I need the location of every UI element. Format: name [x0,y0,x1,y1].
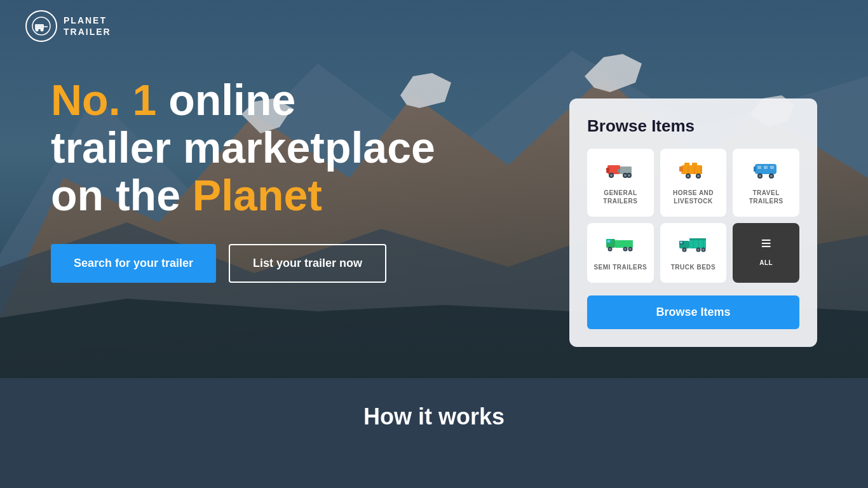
hero-headline: No. 1 online trailer marketplace on the … [51,76,435,219]
category-horse-livestock[interactable]: HORSE ANDLIVESTOCK [660,149,727,217]
svg-rect-25 [618,169,620,173]
browse-items-button[interactable]: Browse Items [587,295,799,329]
headline-online: online [156,76,295,124]
svg-point-70 [702,248,705,251]
svg-rect-50 [607,240,610,242]
svg-point-54 [625,248,627,250]
travel-trailers-icon [752,160,780,182]
hero-buttons: Search for your trailer List your traile… [51,244,435,283]
semi-trailers-label: SEMI TRAILERS [593,263,647,271]
headline-line2: trailer marketplace [51,123,435,172]
travel-trailers-label: TRAVEL TRAILERS [739,189,793,205]
svg-point-22 [624,174,627,177]
svg-point-56 [630,248,632,250]
bottom-section: How it works [0,378,868,488]
category-truck-beds[interactable]: TRUCK BEDS [660,223,727,283]
logo-icon [25,10,57,42]
svg-point-37 [697,175,700,177]
truck-beds-label: TRUCK BEDS [671,263,716,271]
svg-point-14 [41,29,44,32]
hero-section: PLANET TRAILER No. 1 online trailer mark… [0,0,868,378]
horse-livestock-icon [679,160,707,182]
truck-beds-icon [679,234,707,257]
svg-rect-40 [764,166,768,169]
svg-rect-41 [770,166,774,169]
svg-rect-64 [680,241,682,243]
headline-no1: No. 1 [51,76,156,124]
category-grid: GENERALTRAILERS [587,149,799,283]
svg-point-35 [687,175,689,177]
svg-point-20 [610,174,613,177]
svg-rect-48 [615,240,633,248]
headline-planet: Planet [193,171,322,219]
list-trailer-button[interactable]: List your trailer now [229,244,386,283]
horse-livestock-label: HORSE ANDLIVESTOCK [673,189,714,205]
svg-rect-39 [757,166,761,169]
semi-trailers-icon [606,234,634,257]
general-trailers-icon [606,160,634,182]
svg-point-52 [609,248,612,250]
category-semi-trailers[interactable]: SEMI TRAILERS [587,223,654,283]
all-label: All [759,259,773,267]
all-icon: ≡ [761,234,771,252]
category-all[interactable]: ≡ All [733,223,799,283]
svg-point-24 [628,174,630,177]
svg-rect-42 [754,166,756,172]
header: PLANET TRAILER [0,0,868,52]
svg-point-68 [697,248,700,251]
headline-on-the: on the [51,171,193,219]
svg-rect-59 [689,238,706,240]
hero-content: No. 1 online trailer marketplace on the … [51,76,435,283]
browse-card-title: Browse Items [587,116,799,136]
svg-point-44 [759,175,761,177]
general-trailers-label: GENERALTRAILERS [603,189,637,205]
svg-rect-28 [684,163,689,166]
svg-rect-27 [679,166,683,172]
svg-point-46 [770,175,773,177]
svg-point-66 [683,248,686,251]
category-general-trailers[interactable]: GENERALTRAILERS [587,149,654,217]
search-trailer-button[interactable]: Search for your trailer [51,244,216,283]
category-travel-trailers[interactable]: TRAVEL TRAILERS [733,149,799,217]
svg-point-13 [36,29,39,32]
logo[interactable]: PLANET TRAILER [25,10,111,42]
svg-rect-26 [682,165,702,174]
browse-items-card: Browse Items GENERALTRAILERS [569,98,817,347]
how-it-works-title: How it works [363,403,505,430]
svg-rect-18 [606,168,609,173]
logo-text: PLANET TRAILER [64,15,111,37]
